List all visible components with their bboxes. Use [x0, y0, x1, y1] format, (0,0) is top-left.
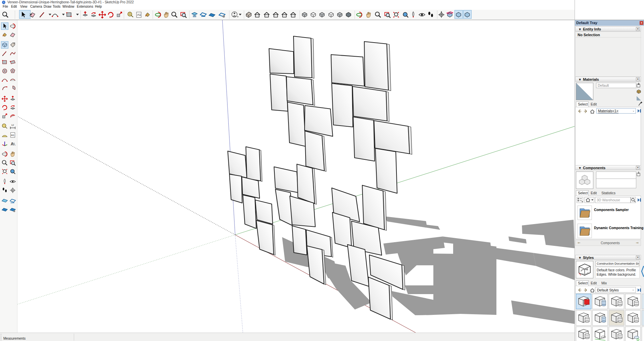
- svg-text:A: A: [12, 142, 15, 147]
- svg-text:12: 12: [11, 124, 14, 127]
- svg-text:A1: A1: [11, 134, 14, 137]
- svg-text:A1: A1: [137, 13, 141, 16]
